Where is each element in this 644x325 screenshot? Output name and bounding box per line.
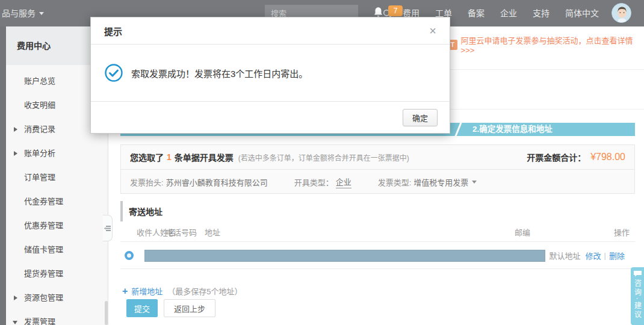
- sidebar-item-pickup-voucher-management[interactable]: 提货券管理: [6, 262, 108, 286]
- address-radio-selected[interactable]: [125, 251, 134, 260]
- merge-note: (若选中多条订单，订单金额将合并开具在一张票据中): [238, 152, 409, 162]
- products-menu[interactable]: 品与服务: [2, 0, 44, 26]
- sidebar-item-order-management[interactable]: 订单管理: [6, 166, 108, 190]
- close-icon[interactable]: ×: [429, 25, 436, 37]
- invoice-title-label: 发票抬头:: [130, 176, 164, 188]
- notice-modal: 提示 × 索取发票成功！发票将在3个工作日内寄出。 确定: [90, 17, 450, 134]
- sidebar-item-voucher-management[interactable]: 代金券管理: [6, 190, 108, 214]
- promo-notice[interactable]: T 阿里云申请电子发票参与抽奖活动，点击查看详情 >>>: [448, 34, 644, 55]
- collapse-arrow-icon: [13, 321, 17, 324]
- promo-notice-link[interactable]: 阿里云申请电子发票参与抽奖活动，点击查看详情 >>>: [461, 34, 644, 55]
- col-actions: 操作: [614, 226, 630, 238]
- success-check-icon: [104, 63, 123, 82]
- chevron-down-icon[interactable]: [472, 181, 477, 184]
- sidebar-item-stored-card-management[interactable]: 储值卡管理: [6, 238, 108, 262]
- modal-title: 提示: [104, 25, 122, 37]
- total-amount: ¥798.00: [590, 152, 625, 162]
- feedback-tab[interactable]: 咨询·建议: [631, 267, 644, 325]
- sidebar-scrollbar[interactable]: [105, 301, 108, 325]
- nav-item-icp[interactable]: 备案: [460, 0, 492, 26]
- edit-address-link[interactable]: 修改: [586, 250, 601, 261]
- selected-prefix: 您选取了: [130, 151, 164, 163]
- issue-type-value[interactable]: 企业: [336, 176, 351, 188]
- avatar[interactable]: [611, 3, 631, 23]
- issue-type-label: 开具类型：: [294, 176, 333, 188]
- expand-arrow-icon: [14, 151, 17, 156]
- default-address-label: 默认地址: [550, 250, 581, 261]
- selected-suffix: 条单据开具发票: [175, 151, 234, 163]
- plus-icon: +: [122, 286, 128, 297]
- section-accent-bar: [120, 201, 123, 221]
- sidebar-item-bill-analysis[interactable]: 账单分析: [6, 141, 108, 166]
- invoice-summary-box: 您选取了 1 条单据开具发票 (若选中多条订单，订单金额将合并开具在一张票据中)…: [120, 144, 635, 194]
- address-table-row: 默认地址 修改 | 删除: [120, 242, 635, 269]
- add-address-link[interactable]: 新增地址: [131, 285, 163, 297]
- divider: |: [604, 251, 606, 260]
- chevron-down-icon: [39, 12, 44, 15]
- redacted-address-bar: [144, 250, 545, 262]
- col-postcode: 邮编: [515, 226, 530, 238]
- sidebar-item-coupon-management[interactable]: 优惠券管理: [6, 214, 108, 238]
- invoice-type-value[interactable]: 增值税专用发票: [413, 176, 468, 188]
- nav-item-language[interactable]: 简体中文: [557, 0, 607, 26]
- nav-item-enterprise[interactable]: 企业: [492, 0, 525, 26]
- step-divider: [454, 121, 462, 137]
- sidebar-item-invoice-management[interactable]: 发票管理: [6, 310, 108, 325]
- col-phone-number: 电话号码: [166, 226, 197, 238]
- expand-arrow-icon: [14, 127, 17, 132]
- col-address: 地址: [205, 226, 220, 238]
- invoice-type-label: 发票类型:: [378, 176, 412, 188]
- sidebar-collapse-toggle[interactable]: [103, 215, 113, 241]
- nav-item-support[interactable]: 支持: [525, 0, 557, 26]
- feedback-tab-label: 咨询·建议: [633, 279, 643, 320]
- ok-button[interactable]: 确定: [403, 109, 438, 126]
- invoice-title-value: 苏州睿小麟教育科技有限公司: [166, 176, 268, 188]
- sidebar-item-resource-pack-management[interactable]: 资源包管理: [6, 286, 108, 310]
- submit-button[interactable]: 提交: [126, 299, 158, 317]
- collapsed-side-strip: [0, 26, 6, 325]
- chat-bubble-icon: [633, 270, 642, 277]
- selected-count: 1: [167, 152, 172, 162]
- products-menu-label: 品与服务: [2, 8, 36, 18]
- modal-message: 索取发票成功！发票将在3个工作日内寄出。: [131, 67, 308, 79]
- step-2-label: 2.确定发票信息和地址: [472, 123, 553, 136]
- expand-arrow-icon: [14, 296, 17, 300]
- total-label: 开票金额合计：: [527, 151, 586, 163]
- back-button[interactable]: 返回上步: [164, 299, 215, 317]
- add-address-note: （最多保存5个地址）: [167, 285, 242, 297]
- mailing-address-title: 寄送地址: [129, 205, 163, 217]
- address-table-header: 收件人姓名 电话号码 地址 邮编 操作: [120, 221, 635, 242]
- mailing-address-section-header: 寄送地址: [120, 201, 635, 221]
- delete-address-link[interactable]: 删除: [609, 250, 625, 261]
